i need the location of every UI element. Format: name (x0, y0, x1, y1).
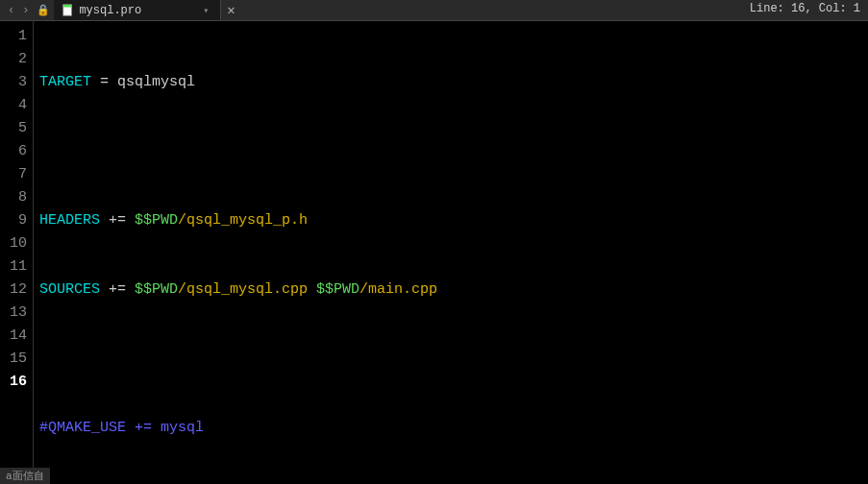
line-gutter: 1 2 3 4 5 6 7 8 9 10 11 12 13 14 15 16 (0, 21, 34, 484)
file-icon (62, 4, 75, 17)
bottom-tab-label: a面信自 (6, 469, 44, 483)
code-area[interactable]: TARGET = qsqlmysql HEADERS += $$PWD/qsql… (34, 21, 868, 484)
svg-rect-1 (63, 4, 72, 7)
line-number: 5 (0, 117, 27, 140)
bottom-panel-tab[interactable]: a面信自 (0, 468, 50, 484)
line-number: 3 (0, 71, 27, 94)
line-number: 9 (0, 209, 27, 232)
code-line: SOURCES += $$PWD/qsql_mysql.cpp $$PWD/ma… (39, 278, 868, 302)
chevron-down-icon[interactable]: ▾ (199, 5, 212, 16)
editor: 1 2 3 4 5 6 7 8 9 10 11 12 13 14 15 16 T… (0, 21, 868, 484)
file-tab[interactable]: mysql.pro ▾ (54, 0, 221, 20)
close-icon[interactable]: ✕ (221, 2, 240, 18)
line-number: 15 (0, 348, 27, 371)
line-number: 14 (0, 325, 27, 348)
code-line: HEADERS += $$PWD/qsql_mysql_p.h (39, 209, 868, 232)
line-number: 16 (0, 371, 27, 394)
line-number: 2 (0, 48, 27, 71)
nav-back-icon[interactable]: ‹ (4, 4, 18, 17)
line-number: 1 (0, 25, 27, 48)
line-number: 12 (0, 278, 27, 302)
code-line: #QMAKE_USE += mysql (39, 417, 868, 440)
line-number: 11 (0, 255, 27, 278)
line-number: 13 (0, 302, 27, 325)
line-number: 7 (0, 163, 27, 186)
nav-forward-icon[interactable]: › (18, 4, 33, 17)
code-line: TARGET = qsqlmysql (39, 71, 868, 94)
line-number: 4 (0, 94, 27, 117)
code-line (39, 348, 868, 371)
lock-icon: 🔒 (33, 4, 54, 16)
line-number: 8 (0, 186, 27, 209)
line-number: 10 (0, 232, 27, 255)
cursor-position: Line: 16, Col: 1 (750, 2, 860, 15)
tab-bar: ‹ › 🔒 mysql.pro ▾ ✕ Line: 16, Col: 1 (0, 0, 868, 21)
code-line (39, 140, 868, 163)
line-number: 6 (0, 140, 27, 163)
tab-filename: mysql.pro (79, 4, 141, 17)
